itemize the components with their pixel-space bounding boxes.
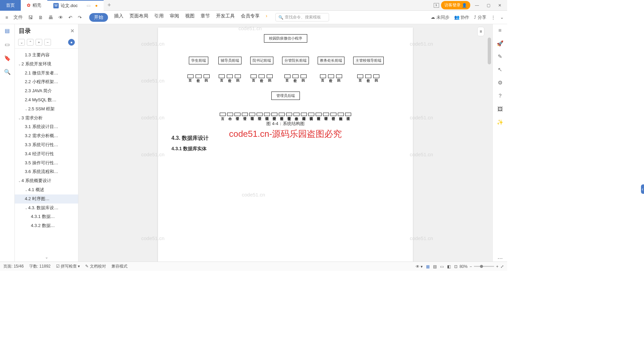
outline-item[interactable]: 3.3 系统可行性… [15,140,78,150]
cursor-icon[interactable]: ↖ [498,66,502,73]
outline-close-icon[interactable]: × [70,27,74,35]
translate-icon[interactable]: 🖼 [497,106,503,112]
outline-item[interactable]: ⌄2.5 SSM 框架 [15,105,78,114]
minimize-button[interactable]: — [472,1,482,10]
fit-icon[interactable]: ⊡ [454,264,458,269]
outline-item[interactable]: 3.4 经济可行性 [15,150,78,159]
outline-item[interactable]: 3.2 需求分析概… [15,131,78,140]
outline-item[interactable]: 4.3.1 数据… [15,212,78,221]
menu-more-icon[interactable]: › [266,13,267,22]
spell-check[interactable]: ☑ 拼写检查 ▾ [56,264,80,269]
more-tools-icon[interactable]: ⋯ [497,255,503,262]
tab-document[interactable]: W论文.doc▭● [47,0,104,11]
watermark: code51.cn [141,115,164,120]
menu-layout[interactable]: 页面布局 [129,13,148,22]
collapse-ribbon-icon[interactable]: ⌄ [500,15,504,20]
outline-item[interactable]: 1.3 主要内容 [15,51,78,60]
outline-item[interactable]: ⌄3 需求分析 [15,114,78,123]
print-preview-icon[interactable]: 👁 [56,13,65,21]
tab-home[interactable]: 首页 [0,0,21,11]
outline-list[interactable]: 1.3 主要内容⌄2 系统开发环境2.1 微信开发者…2.2 小程序框架…2.3… [15,49,78,253]
diagram-admin: 管理员后端 [271,92,300,100]
more-icon[interactable]: ⋮ [491,15,495,20]
outline-item[interactable]: ⌄4.1 概述 [15,185,78,194]
menu-member[interactable]: 会员专享 [241,13,260,22]
watermark: code51.cn [141,78,164,83]
share-button[interactable]: ⤴ 分享 [474,14,486,20]
view-read-icon[interactable]: ◧ [447,264,451,269]
rocket-icon[interactable]: 🚀 [497,40,503,47]
menu-view[interactable]: 视图 [185,13,195,22]
settings-flow-icon[interactable]: ⚙ [498,79,502,86]
word-count[interactable]: 字数: 11892 [29,264,51,269]
zoom-control[interactable]: ⊡ 80% − + ⤢ [454,264,504,269]
toolbox-icon[interactable]: ≡ [498,27,501,34]
outline-icon[interactable]: ▤ [5,27,10,34]
outline-item[interactable]: 4.3.2 数据… [15,221,78,230]
effect-icon[interactable]: ✨ [497,119,503,125]
pencil-icon[interactable]: ✎ [498,53,502,60]
eye-icon[interactable]: 👁 ▾ [416,264,423,269]
menu-reference[interactable]: 引用 [154,13,164,22]
window-counter-icon[interactable] [434,3,439,8]
outline-remove[interactable]: − [44,39,51,46]
view-page-icon[interactable]: ▦ [426,264,430,269]
help-icon[interactable]: ？ [497,93,503,100]
print-icon[interactable]: 🖶 [46,13,55,21]
outline-item[interactable]: 2.3 JAVA 简介 [15,87,78,96]
screen-icon[interactable]: ▭ [87,3,91,8]
menu-insert[interactable]: 插入 [114,13,123,22]
outline-item[interactable]: ⌄4.3. 数据库设… [15,204,78,213]
nav-icon[interactable]: ▭ [5,41,10,48]
collab-button[interactable]: 👥 协作 [454,14,470,20]
vertical-scrollbar[interactable] [488,38,491,64]
zoom-in-button[interactable]: + [496,264,498,269]
close-button[interactable]: ✕ [495,1,504,10]
outline-item[interactable]: 4.2 时序图… [15,194,78,204]
outline-sync[interactable]: ● [68,39,75,46]
document-canvas[interactable]: code51.cn code51.cn code51.cn code51.cn … [78,24,492,262]
outline-item[interactable]: ⌄4 系统概要设计 [15,176,78,185]
save-icon[interactable]: 🖫 [26,13,35,21]
outline-more[interactable]: ⌄ [15,253,78,262]
diagram-root: 校园防疫微信小程序 [264,34,307,43]
undo-icon[interactable]: ↶ [66,13,74,21]
save-as-icon[interactable]: 🗎 [36,13,45,21]
menu-section[interactable]: 章节 [201,13,210,22]
maximize-button[interactable]: ▢ [484,1,493,10]
menu-review[interactable]: 审阅 [170,13,179,22]
menu-start[interactable]: 开始 [89,13,108,22]
bookmark-icon[interactable]: 🔖 [4,55,11,61]
outline-item[interactable]: 2.1 微信开发者… [15,69,78,78]
page-indicator[interactable]: 页面: 15/46 [3,264,24,269]
outline-item[interactable]: 3.1 系统设计目… [15,122,78,131]
find-icon[interactable]: 🔍 [4,69,11,75]
tab-docker[interactable]: ✿稻壳 [21,0,47,11]
redo-icon[interactable]: ↷ [76,13,84,21]
view-outline-icon[interactable]: ▤ [433,264,437,269]
menu-devtools[interactable]: 开发工具 [216,13,235,22]
zoom-slider[interactable] [474,266,494,267]
outline-item[interactable]: 2.4 MySQL 数… [15,96,78,105]
hamburger-icon[interactable]: ≡ [3,13,10,21]
outline-item[interactable]: ⌄2 系统开发环境 [15,60,78,69]
collapse-pane-button[interactable]: ≡ [477,27,484,36]
outline-item[interactable]: 2.2 小程序框架… [15,77,78,87]
outline-collapse-all[interactable]: ⌄ [18,39,25,46]
proofread[interactable]: ✎ 文档校对 [85,264,106,269]
outline-item[interactable]: 3.6 系统流程和… [15,167,78,176]
outline-expand-all[interactable]: ⌃ [27,39,34,46]
search-input[interactable]: 🔍查找命令、搜索模板 [275,13,329,21]
new-tab-button[interactable]: + [104,2,114,9]
zoom-out-button[interactable]: − [470,264,472,269]
outline-add[interactable]: + [36,39,42,46]
sync-button[interactable]: ☁ 未同步 [431,14,449,20]
compat-mode[interactable]: 兼容模式 [111,264,127,269]
outline-item[interactable]: 3.5 操作可行性… [15,159,78,168]
zoom-fit-icon[interactable]: ⤢ [500,264,504,269]
guest-login-button[interactable]: 访客登录👤 [441,1,470,9]
watermark: code51.cn [141,41,164,47]
diagram-admin-leaf: 分管院长管理 [271,113,277,116]
file-menu[interactable]: 文件 [11,13,25,22]
view-web-icon[interactable]: ▭ [440,264,444,269]
